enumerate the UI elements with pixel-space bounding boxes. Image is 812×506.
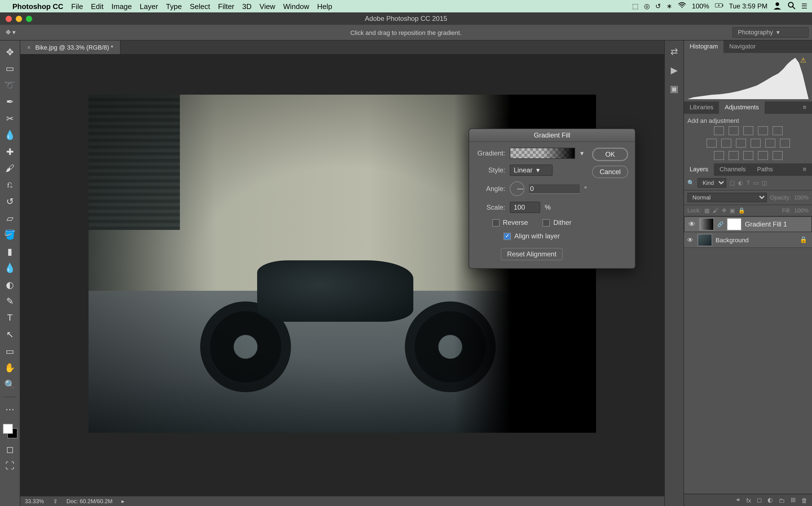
lock-artboard-icon[interactable]: ▣ (730, 207, 735, 214)
tab-layers[interactable]: Layers (684, 163, 714, 176)
menu-image[interactable]: Image (112, 2, 132, 10)
filter-adj-icon[interactable]: ◐ (738, 180, 743, 186)
menu-layer[interactable]: Layer (140, 2, 158, 10)
clock[interactable]: Tue 3:59 PM (729, 2, 767, 10)
wifi-icon[interactable] (678, 1, 686, 11)
filter-pixel-icon[interactable]: ▢ (730, 180, 735, 186)
tab-histogram[interactable]: Histogram (684, 40, 724, 53)
gradient-tool-icon[interactable]: ▮ (4, 246, 16, 257)
warning-icon[interactable]: ⚠ (800, 56, 806, 64)
tab-paths[interactable]: Paths (751, 163, 779, 176)
angle-dial[interactable] (510, 181, 524, 196)
angle-input[interactable] (529, 184, 580, 193)
marquee-tool-icon[interactable]: ▭ (4, 63, 16, 74)
adj-levels-icon[interactable] (728, 126, 738, 135)
window-minimize-button[interactable] (16, 15, 22, 22)
lock-trans-icon[interactable]: ▦ (704, 207, 710, 214)
foreground-color-swatch[interactable] (3, 423, 13, 434)
bluetooth-icon[interactable]: ∗ (667, 2, 672, 10)
fx-icon[interactable]: fx (746, 497, 751, 503)
collapsed-panel-icon[interactable]: ⇄ (670, 46, 678, 57)
lock-pos-icon[interactable]: ✥ (722, 207, 726, 214)
opacity-value[interactable]: 100% (794, 194, 809, 200)
reverse-checkbox[interactable] (492, 219, 499, 226)
tab-libraries[interactable]: Libraries (684, 101, 719, 114)
paint-bucket-tool-icon[interactable]: 🪣 (4, 229, 16, 240)
window-zoom-button[interactable] (26, 15, 32, 22)
edit-toolbar-icon[interactable]: ⋯ (4, 404, 16, 415)
collapsed-panel-icon[interactable]: ▣ (670, 83, 678, 94)
adj-mixer-icon[interactable] (765, 139, 775, 148)
ok-button[interactable]: OK (592, 148, 628, 161)
align-checkbox[interactable] (504, 233, 511, 240)
blur-tool-icon[interactable]: 💧 (4, 262, 16, 273)
menu-type[interactable]: Type (166, 2, 182, 10)
zoom-tool-icon[interactable]: 🔍 (4, 378, 16, 390)
stamp-tool-icon[interactable]: ⎌ (4, 179, 16, 190)
link-icon[interactable]: 🔗 (717, 222, 724, 227)
docsize-label[interactable]: Doc: 60.2M/60.2M (67, 498, 113, 504)
adj-invert-icon[interactable] (714, 151, 724, 160)
hand-tool-icon[interactable]: ✋ (4, 362, 16, 373)
panel-menu-icon[interactable]: ≡ (797, 163, 812, 176)
window-close-button[interactable] (6, 15, 12, 22)
adj-brightness-icon[interactable] (714, 126, 724, 135)
path-select-tool-icon[interactable]: ↖ (4, 329, 16, 340)
scale-select[interactable]: 100 (510, 202, 540, 213)
visibility-icon[interactable]: 👁 (686, 236, 694, 243)
layer-row[interactable]: 👁 🔗 Gradient Fill 1 (684, 217, 812, 232)
layer-filter-kind[interactable]: Kind (697, 178, 726, 188)
adj-curves-icon[interactable] (743, 126, 753, 135)
eyedropper-tool-icon[interactable]: 💧 (4, 129, 16, 141)
adj-balance-icon[interactable] (721, 139, 731, 148)
layer-name[interactable]: Gradient Fill 1 (745, 220, 787, 228)
quick-select-tool-icon[interactable]: ✒ (4, 96, 16, 107)
color-swatches[interactable] (3, 423, 17, 438)
adj-exposure-icon[interactable] (757, 126, 768, 135)
layer-row[interactable]: 👁 Background 🔒 (684, 232, 812, 248)
adj-lookup-icon[interactable] (780, 139, 790, 148)
user-icon[interactable] (773, 1, 782, 11)
filter-shape-icon[interactable]: ▭ (753, 180, 758, 186)
brush-tool-icon[interactable]: 🖌 (4, 163, 16, 174)
tab-channels[interactable]: Channels (714, 163, 751, 176)
pen-tool-icon[interactable]: ✎ (4, 296, 16, 307)
quickmask-icon[interactable]: ◻ (4, 443, 16, 455)
menu-window[interactable]: Window (283, 2, 309, 10)
style-select[interactable]: Linear ▾ (510, 165, 552, 176)
group-icon[interactable]: 🗀 (779, 497, 785, 503)
move-tool-icon[interactable]: ✥ ▾ (6, 29, 16, 36)
menu-edit[interactable]: Edit (91, 2, 103, 10)
layer-thumb[interactable] (697, 234, 712, 246)
gradient-swatch[interactable] (510, 148, 575, 159)
adj-vibrance-icon[interactable] (772, 126, 783, 135)
filter-type-icon[interactable]: T (747, 180, 750, 186)
cc-icon[interactable]: ◎ (644, 2, 650, 10)
lock-all-icon[interactable]: 🔒 (738, 207, 745, 214)
adj-gradientmap-icon[interactable] (757, 151, 768, 160)
menu-select[interactable]: Select (190, 2, 210, 10)
crop-tool-icon[interactable]: ✂ (4, 113, 16, 124)
lock-pixels-icon[interactable]: 🖌 (713, 207, 718, 214)
app-menu[interactable]: Photoshop CC (12, 2, 63, 10)
adj-hue-icon[interactable] (706, 139, 717, 148)
new-layer-icon[interactable]: ⊞ (791, 496, 796, 504)
dodge-tool-icon[interactable]: ◐ (4, 279, 16, 290)
zoom-level[interactable]: 33.33% (25, 498, 44, 504)
new-adj-icon[interactable]: ◐ (767, 496, 773, 504)
menu-help[interactable]: Help (317, 2, 333, 10)
type-tool-icon[interactable]: T (4, 312, 16, 323)
export-icon[interactable]: ⇪ (53, 498, 58, 504)
trash-icon[interactable]: 🗑 (801, 497, 808, 503)
mask-icon[interactable]: ◻ (757, 496, 762, 504)
fill-value[interactable]: 100% (794, 207, 809, 214)
notification-icon[interactable]: ☰ (801, 2, 808, 10)
tab-navigator[interactable]: Navigator (724, 40, 761, 53)
adj-posterize-icon[interactable] (728, 151, 738, 160)
mask-thumb[interactable] (727, 218, 741, 231)
screenmode-icon[interactable]: ⛶ (4, 460, 16, 471)
reset-alignment-button[interactable]: Reset Alignment (501, 248, 563, 260)
adj-selective-icon[interactable] (772, 151, 783, 160)
battery-icon[interactable] (715, 1, 723, 11)
healing-tool-icon[interactable]: ✚ (4, 146, 16, 157)
